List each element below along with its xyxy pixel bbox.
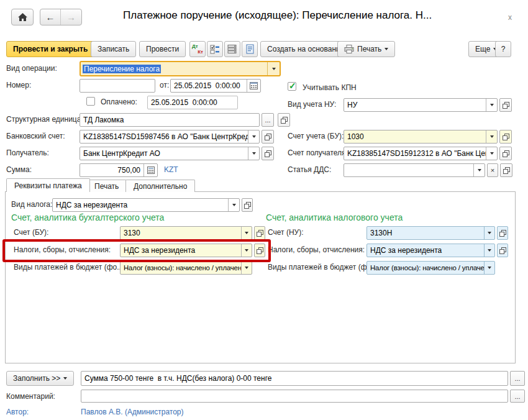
tax-kind-select[interactable]: НДС за нерезидента <box>52 198 240 212</box>
home-button[interactable] <box>11 9 34 25</box>
bank-account-open-button[interactable] <box>262 130 274 144</box>
forward-button[interactable]: → <box>61 9 81 25</box>
help-button[interactable]: ? <box>495 41 511 57</box>
close-icon[interactable]: x <box>508 13 512 22</box>
calendar-button[interactable] <box>247 80 260 92</box>
unit-input[interactable]: ТД Лакомка <box>80 113 260 127</box>
bu-section-heading: Счет, аналитика бухгалтерского учета <box>11 212 164 222</box>
dropdown-arrow[interactable] <box>267 62 280 75</box>
open-icon <box>499 247 506 254</box>
dropdown-arrow[interactable] <box>486 130 497 143</box>
operation-select[interactable]: Перечисление налога <box>80 61 281 76</box>
dds-select[interactable] <box>344 163 485 177</box>
recipient-account-label: Счет получателя: <box>288 148 348 157</box>
fill-button[interactable]: Заполнить >> <box>6 371 74 386</box>
printer-icon <box>344 45 354 53</box>
nu-account-open-button[interactable] <box>497 226 508 240</box>
kpn-label: Учитывать КПН <box>303 83 357 92</box>
bank-account-label: Банковский счет: <box>6 132 65 140</box>
dropdown-arrow[interactable] <box>486 99 497 111</box>
dropdown-arrow[interactable] <box>228 199 239 211</box>
save-button[interactable]: Записать <box>91 41 136 57</box>
calendar-icon <box>250 82 258 89</box>
show-postings-button[interactable]: ДтКт <box>189 41 206 57</box>
account-bu-label: Счет учета (БУ): <box>288 132 344 140</box>
paid-date-input[interactable]: 25.05.2015 0:00:00 <box>147 96 238 109</box>
dds-clear-button[interactable]: × <box>487 163 498 177</box>
document-journal-button[interactable] <box>242 41 258 57</box>
chevron-down-icon <box>63 377 67 380</box>
comment-expand-button[interactable]: ... <box>510 390 525 403</box>
date-label: от: <box>160 81 169 89</box>
account-bu-select[interactable]: 1030 <box>344 130 498 144</box>
open-icon <box>503 167 510 174</box>
unit-label: Структурная единица: <box>6 115 83 124</box>
post-and-close-button[interactable]: Провести и закрыть <box>6 41 94 57</box>
nu-kind-select[interactable]: НУ <box>344 98 498 112</box>
nu-taxes-open-button[interactable] <box>497 244 508 257</box>
home-icon <box>18 13 27 22</box>
open-icon <box>503 134 509 140</box>
post-button[interactable]: Провести <box>139 41 186 57</box>
purpose-expand-button[interactable]: ... <box>510 371 525 386</box>
tax-kind-label: Вид налога: <box>11 200 52 209</box>
unit-choose-button[interactable]: ... <box>262 113 274 127</box>
nu-budget-select[interactable]: Налог (взносы): начислено / уплачено <box>366 261 495 275</box>
page-title: Платежное поручение (исходящее): Перечис… <box>123 9 503 22</box>
back-button[interactable]: ← <box>40 9 61 25</box>
dds-label: Статья ДДС: <box>288 165 331 174</box>
bu-account-open-button[interactable] <box>254 226 265 240</box>
bu-account-select[interactable]: 3130 <box>120 226 252 240</box>
tax-kind-open-button[interactable] <box>242 198 253 212</box>
nu-budget-label: Виды платежей в бюджет (ф... <box>268 263 373 272</box>
open-icon <box>281 117 288 124</box>
tab-print[interactable]: Печать <box>86 180 127 192</box>
recipient-account-open-button[interactable] <box>499 147 512 160</box>
nu-taxes-select[interactable]: НДС за нерезидента <box>366 244 495 257</box>
dropdown-arrow[interactable] <box>473 164 485 176</box>
payment-purpose-input[interactable]: Сумма 750-00 тенге в т.ч. НДС(без налога… <box>81 371 508 386</box>
comment-input[interactable] <box>81 390 508 403</box>
dropdown-arrow[interactable] <box>484 262 494 274</box>
bu-budget-label: Виды платежей в бюджет (фо... <box>14 263 123 272</box>
nu-account-label: Счет (НУ): <box>268 228 304 237</box>
number-input[interactable] <box>80 79 155 93</box>
number-label: Номер: <box>6 81 31 89</box>
recipient-select[interactable]: Банк ЦентрКредит АО <box>80 147 260 160</box>
paid-checkbox[interactable] <box>86 97 95 106</box>
dropdown-arrow[interactable] <box>248 147 259 160</box>
kpn-checkbox[interactable] <box>288 82 296 91</box>
bu-budget-select[interactable]: Налог (взносы): начислено / уплачено <box>120 261 252 275</box>
calculator-icon <box>147 167 155 174</box>
document-structure-button[interactable] <box>207 41 223 57</box>
dropdown-arrow[interactable] <box>241 262 252 274</box>
open-icon <box>244 202 251 209</box>
currency-link[interactable]: KZT <box>164 165 178 174</box>
recipient-open-button[interactable] <box>262 147 274 160</box>
amount-input[interactable]: 750,00 <box>80 163 158 177</box>
unit-open-button[interactable] <box>278 113 290 127</box>
tab-additional[interactable]: Дополнительно <box>125 180 195 192</box>
date-input[interactable]: 25.05.2015 0:00:00 <box>170 79 261 93</box>
open-icon <box>499 230 506 237</box>
dropdown-arrow[interactable] <box>484 244 494 257</box>
account-bu-open-button[interactable] <box>499 130 512 144</box>
dropdown-arrow[interactable] <box>484 227 494 239</box>
nu-account-select[interactable]: 3130Н <box>366 226 495 240</box>
bank-account-select[interactable]: KZ18385147SD15987456 в АО "Банк ЦентрКре… <box>80 130 260 144</box>
dropdown-arrow[interactable] <box>241 227 252 239</box>
nu-section-heading: Счет, аналитика налогового учета <box>266 212 403 222</box>
nu-kind-label: Вид учета НУ: <box>288 100 336 109</box>
tab-payment-details[interactable]: Реквизиты платежа <box>6 178 90 192</box>
recipient-account-select[interactable]: KZ18385147SD15912312 в АО "Банк ЦентрК <box>344 147 498 160</box>
register-records-button[interactable] <box>224 41 240 57</box>
dropdown-arrow[interactable] <box>486 147 497 160</box>
author-label: Автор: <box>6 408 29 416</box>
dds-open-button[interactable] <box>500 163 512 177</box>
dropdown-arrow[interactable] <box>248 130 259 143</box>
author-value[interactable]: Павлов А.В. (Администратор) <box>81 408 184 416</box>
nu-kind-open-button[interactable] <box>499 98 512 112</box>
document-icon <box>245 44 255 54</box>
calculator-button[interactable] <box>143 164 157 176</box>
print-button[interactable]: Печать <box>337 41 395 57</box>
